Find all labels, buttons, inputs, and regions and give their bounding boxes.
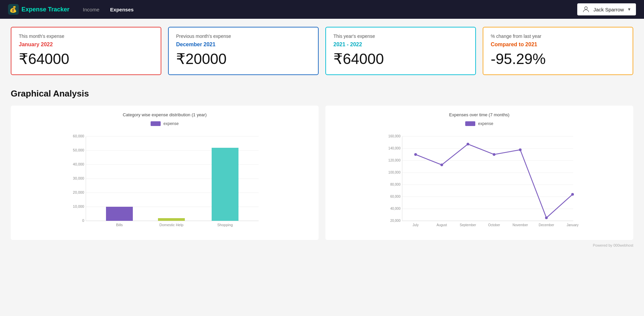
bar-chart-svg: 0 10,000 20,000 30,000 40,000 50,000 60,… [17,131,312,232]
user-name: Jack Sparrow [593,7,624,12]
line-chart-title: Expenses over time (7 months) [332,112,627,117]
svg-text:60,000: 60,000 [390,195,400,198]
section-title: Graphical Analysis [11,88,633,99]
dot-january [571,193,574,196]
nav-income[interactable]: Income [83,7,99,12]
svg-text:💰: 💰 [9,6,17,13]
line-chart-svg: 160,000 140,000 120,000 100,000 80,000 6… [332,131,627,232]
bar-chart-legend: expense [17,121,312,126]
brand-icon: 💰 [8,4,19,15]
card-prev-month-period: December 2021 [176,42,311,48]
dot-september [467,143,469,145]
svg-text:20,000: 20,000 [73,190,84,194]
svg-text:October: October [488,223,500,227]
card-this-month-period: January 2022 [19,42,153,48]
svg-text:Shopping: Shopping [217,223,233,227]
bar-legend-label: expense [163,121,178,126]
svg-text:Domestic Help: Domestic Help [159,223,183,227]
svg-text:November: November [513,223,528,227]
bar-shopping [212,148,238,221]
svg-text:140,000: 140,000 [388,146,401,150]
svg-text:20,000: 20,000 [390,219,400,223]
dot-november [519,148,522,151]
svg-text:December: December [539,223,554,227]
svg-text:100,000: 100,000 [388,171,401,174]
card-pct-change: % change from last year Compared to 2021… [483,27,633,75]
card-prev-month-amount: ₹20000 [176,51,311,67]
dot-december [545,216,548,219]
line-chart-legend: expense [332,121,627,126]
card-prev-month-label: Previous month's expense [176,34,311,39]
bar-chart-title: Category wise expense distribution (1 ye… [17,112,312,117]
dot-august [440,164,443,166]
card-this-month: This month's expense January 2022 ₹64000 [11,27,161,75]
svg-text:40,000: 40,000 [73,162,84,166]
card-this-year-period: 2021 - 2022 [333,42,468,48]
brand-name: Expense Tracker [21,6,69,13]
svg-text:40,000: 40,000 [390,207,400,210]
charts-row: Category wise expense distribution (1 ye… [11,106,633,240]
svg-text:0: 0 [82,218,84,223]
svg-text:50,000: 50,000 [73,148,84,152]
line-legend-label: expense [478,121,493,126]
svg-text:August: August [436,223,447,227]
svg-text:30,000: 30,000 [73,176,84,180]
dot-october [493,153,495,156]
svg-text:120,000: 120,000 [388,159,401,162]
svg-text:80,000: 80,000 [390,183,400,186]
line-chart-card: Expenses over time (7 months) expense [325,106,633,240]
chevron-down-icon: ▼ [627,7,631,12]
bar-domestic [158,218,185,221]
line-legend-color [465,121,475,126]
card-pct-change-period: Compared to 2021 [491,42,625,48]
footer: Powered by 000webhost [11,243,633,247]
svg-text:Bills: Bills [116,223,123,227]
svg-text:10,000: 10,000 [73,204,84,208]
svg-point-2 [585,7,587,9]
bar-legend-color [151,121,161,126]
card-this-month-amount: ₹64000 [19,51,153,67]
svg-text:60,000: 60,000 [73,134,84,138]
main-content: This month's expense January 2022 ₹64000… [0,19,644,255]
card-pct-change-label: % change from last year [491,34,625,39]
powered-by-text: Powered by 000webhost [593,243,633,247]
user-avatar-icon [582,5,590,13]
brand: 💰 Expense Tracker [8,4,69,15]
user-section[interactable]: Jack Sparrow ▼ [577,3,636,15]
summary-cards: This month's expense January 2022 ₹64000… [11,27,633,75]
dot-july [414,153,417,156]
nav-expenses[interactable]: Expenses [110,7,133,12]
svg-text:September: September [460,223,477,227]
bar-chart-card: Category wise expense distribution (1 ye… [11,106,319,240]
svg-text:January: January [567,223,579,227]
card-prev-month: Previous month's expense December 2021 ₹… [168,27,319,75]
card-this-year: This year's expense 2021 - 2022 ₹64000 [325,27,476,75]
svg-text:160,000: 160,000 [388,134,401,138]
card-this-year-amount: ₹64000 [333,51,468,67]
nav-links: Income Expenses [83,7,564,12]
svg-text:July: July [413,223,419,227]
card-pct-change-amount: -95.29% [491,51,625,67]
bar-bills [106,207,133,221]
navbar: 💰 Expense Tracker Income Expenses Jack S… [0,0,644,19]
card-this-year-label: This year's expense [333,34,468,39]
card-this-month-label: This month's expense [19,34,153,39]
